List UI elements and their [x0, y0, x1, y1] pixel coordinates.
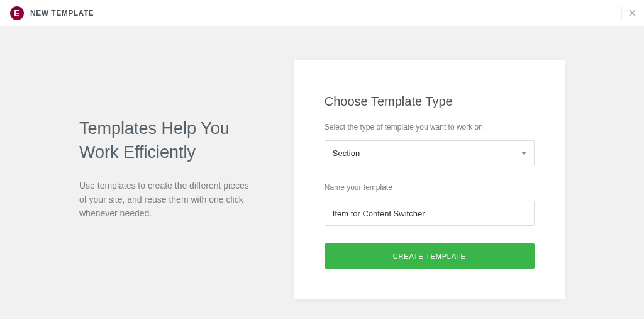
info-heading-line1: Templates Help You [79, 119, 230, 138]
template-type-help: Select the type of template you want to … [325, 123, 535, 132]
info-panel: Templates Help You Work Efficiently Use … [0, 60, 290, 221]
form-panel: Choose Template Type Select the type of … [294, 60, 565, 299]
chevron-down-icon [521, 152, 526, 155]
modal-title: NEW TEMPLATE [30, 9, 94, 18]
logo-letter: E [14, 9, 19, 18]
info-heading-line2: Work Efficiently [79, 143, 196, 162]
template-name-label: Name your template [325, 183, 535, 192]
info-heading: Templates Help You Work Efficiently [79, 117, 265, 165]
create-template-button[interactable]: CREATE TEMPLATE [325, 243, 535, 269]
close-button[interactable]: × [621, 6, 636, 21]
template-type-select-wrap: Section [325, 140, 535, 165]
template-type-select[interactable]: Section [325, 140, 535, 165]
template-name-input[interactable] [325, 201, 535, 226]
template-type-value: Section [333, 148, 360, 158]
modal-header: E NEW TEMPLATE × [0, 0, 644, 26]
info-description: Use templates to create the different pi… [79, 179, 249, 221]
form-title: Choose Template Type [325, 94, 535, 109]
elementor-logo: E [10, 6, 24, 20]
modal-content: Templates Help You Work Efficiently Use … [0, 26, 644, 319]
close-icon: × [628, 5, 636, 21]
